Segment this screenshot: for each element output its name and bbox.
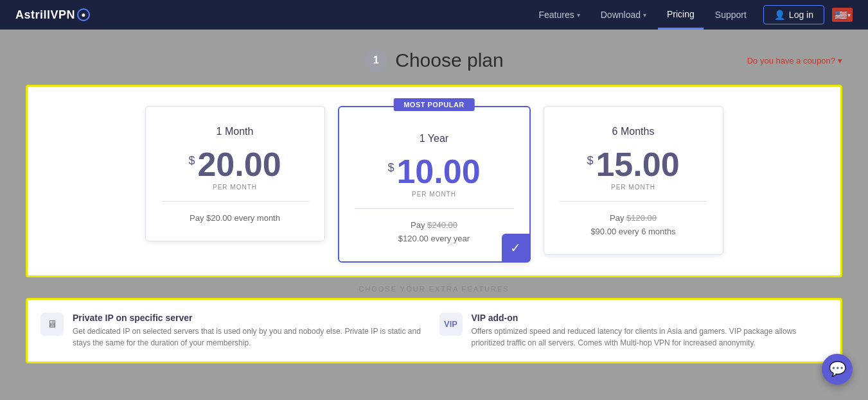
- plan-price-row: $ 15.00: [560, 148, 707, 181]
- plan-selected-checkmark: ✓: [502, 234, 530, 262]
- plan-currency: $: [188, 154, 195, 168]
- plan-amount: 20.00: [197, 148, 281, 181]
- logo[interactable]: AstrillVPN ●: [15, 8, 90, 22]
- nav-support[interactable]: Support: [706, 0, 756, 30]
- feature-title: VIP add-on: [472, 313, 828, 323]
- plan-name: 1 Year: [355, 133, 514, 144]
- feature-desc: Offers optimized speed and reduced laten…: [472, 326, 828, 349]
- plan-period: PER MONTH: [161, 184, 309, 191]
- logo-text: AstrillVPN: [15, 8, 75, 22]
- feature-text: VIP add-on Offers optimized speed and re…: [472, 313, 828, 349]
- flag-chevron: ▾: [847, 12, 851, 19]
- plan-amount: 10.00: [396, 155, 480, 188]
- feature-private-ip: 🖥 Private IP on specific server Get dedi…: [40, 313, 429, 349]
- plan-period: PER MONTH: [560, 184, 707, 191]
- plan-divider: [161, 201, 309, 202]
- plan-currency: $: [587, 154, 593, 168]
- navbar: AstrillVPN ● Features ▾ Download ▾ Prici…: [0, 0, 868, 30]
- step-header: 1 Choose plan Do you have a coupon? ▾: [26, 49, 842, 72]
- person-icon: 👤: [774, 10, 785, 20]
- plan-divider: [355, 208, 514, 209]
- plans-container: 1 Month $ 20.00 PER MONTH Pay $20.00 eve…: [40, 106, 828, 263]
- extra-features-label: CHOOSE YOUR EXTRA FEATURES: [26, 285, 842, 293]
- plan-card-6months[interactable]: 6 Months $ 15.00 PER MONTH Pay $120.00 $…: [544, 106, 723, 255]
- feature-vip-addon: VIP VIP add-on Offers optimized speed an…: [439, 313, 828, 349]
- billing-strikethrough: $240.00: [427, 220, 457, 230]
- step-number: 1: [364, 49, 387, 72]
- nav-features[interactable]: Features ▾: [529, 0, 589, 30]
- plan-selection-section: 1 Month $ 20.00 PER MONTH Pay $20.00 eve…: [26, 85, 842, 277]
- plan-period: PER MONTH: [355, 191, 514, 198]
- plan-price-row: $ 10.00: [355, 155, 514, 188]
- globe-icon: ●: [77, 8, 90, 21]
- nav-pricing[interactable]: Pricing: [658, 0, 704, 30]
- plan-currency: $: [387, 161, 394, 175]
- feature-desc: Get dedicated IP on selected servers tha…: [73, 326, 429, 349]
- login-button[interactable]: 👤 Log in: [763, 5, 824, 24]
- chevron-down-icon: ▾: [643, 12, 646, 19]
- popular-badge: MOST POPULAR: [393, 98, 475, 111]
- chevron-down-icon: ▾: [577, 12, 580, 19]
- plan-divider: [560, 201, 707, 202]
- chat-icon: 💬: [829, 361, 846, 378]
- plan-billing: Pay $20.00 every month: [161, 212, 309, 225]
- plan-card-1year[interactable]: MOST POPULAR 1 Year $ 10.00 PER MONTH Pa…: [338, 106, 531, 263]
- chat-button[interactable]: 💬: [822, 354, 853, 385]
- chevron-down-icon: ▾: [838, 56, 842, 65]
- plan-price-row: $ 20.00: [161, 148, 309, 181]
- language-flag[interactable]: 🇺🇸 ▾: [832, 8, 853, 22]
- feature-title: Private IP on specific server: [73, 313, 429, 323]
- nav-download[interactable]: Download ▾: [592, 0, 655, 30]
- plan-billing: Pay $240.00 $120.00 every year: [355, 219, 514, 246]
- extra-features-section: 🖥 Private IP on specific server Get dedi…: [26, 298, 842, 363]
- page-content: 1 Choose plan Do you have a coupon? ▾ 1 …: [0, 30, 868, 376]
- nav-menu: Features ▾ Download ▾ Pricing Support 👤 …: [529, 0, 853, 30]
- plan-card-1month[interactable]: 1 Month $ 20.00 PER MONTH Pay $20.00 eve…: [145, 106, 325, 241]
- private-ip-icon: 🖥: [40, 313, 64, 336]
- billing-strikethrough: $120.00: [626, 213, 657, 223]
- page-title: Choose plan: [395, 49, 503, 71]
- coupon-link[interactable]: Do you have a coupon? ▾: [747, 56, 842, 65]
- plan-name: 6 Months: [560, 126, 707, 137]
- vip-icon: VIP: [439, 313, 463, 336]
- features-grid: 🖥 Private IP on specific server Get dedi…: [40, 313, 828, 349]
- plan-amount: 15.00: [596, 148, 679, 181]
- feature-text: Private IP on specific server Get dedica…: [73, 313, 429, 349]
- plan-name: 1 Month: [161, 126, 309, 137]
- plan-billing: Pay $120.00 $90.00 every 6 months: [560, 212, 707, 239]
